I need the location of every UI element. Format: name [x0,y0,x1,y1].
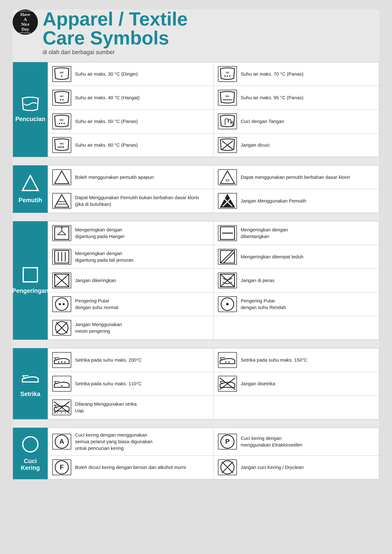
section-name-pencucian: Pencucian [15,116,45,123]
desc-dcf: Boleh dicuci kering dengan bensin dan al… [75,464,186,471]
section-label-cucikering: Cuci Kering [13,428,48,479]
pemutih-grid: Boleh menggunakan pemutih apapun Cl Dapa… [48,166,379,213]
svg-marker-33 [220,195,235,207]
svg-point-69 [225,361,226,363]
symbol-i150 [218,352,237,368]
svg-text:40C: 40C [60,95,64,97]
section-pengeringan: Pengeringan Mengeringkan dengand [13,221,379,340]
care-item-inosteam: Dilarang Menggunakan strikaUap [48,395,213,419]
section-label-pencucian: Pencucian [13,62,48,157]
section-name-pengeringan: Pengeringan [12,287,49,294]
svg-point-1 [61,76,62,77]
svg-point-59 [226,303,229,305]
care-item-dcno: Jangan cuci Kering / Dryclean [213,456,379,479]
care-item-bcl: Cl Dapat menggunakan pemutih berbahan da… [213,166,379,189]
svg-point-21 [59,146,61,148]
care-item-dca: A Cuci kering dengan menggunakansemua pe… [48,428,213,456]
care-item-setrika-empty [213,395,379,419]
svg-point-20 [58,146,59,148]
symbol-dline [52,249,71,265]
desc-dno: Jangan dikeringkan [75,277,116,284]
symbol-w50: 50C [52,113,71,129]
cucikering-content: A Cuci kering dengan menggunakansemua pe… [48,428,379,479]
symbol-bnoncl [52,193,71,209]
care-item-dcf: F Boleh dicuci kering dengan bensin dan … [48,456,213,479]
symbol-w70: 70C [218,66,237,82]
svg-point-67 [64,361,66,363]
desc-bno: Jangan Menggunakan Pemutih [241,198,306,204]
symbol-dca: A [52,434,71,450]
svg-text:60C: 60C [60,142,64,145]
care-item-bnoncl: Dapat Menggunakan Pemutih bukan berbahan… [48,189,213,213]
desc-dcp: Cuci kering denganmenggunakan Etrakloroe… [241,435,302,448]
main-title: Apparel / Textile Care Symbols [43,9,188,47]
svg-point-11 [225,99,226,100]
subtitle: di olah dari berbagai sumber [43,49,188,55]
wash-icon [22,97,39,113]
svg-line-78 [61,412,62,414]
svg-point-82 [23,437,38,452]
svg-point-13 [229,99,230,100]
svg-point-14 [230,99,231,100]
desc-bnoncl: Dapat Menggunakan Pemutih bukan berbahan… [75,194,209,208]
svg-point-72 [61,385,62,386]
symbol-bno [218,193,237,209]
svg-point-23 [63,146,64,148]
care-item-dhang: Mengeringkan dengandigantung pada Hanger [48,221,213,245]
symbol-dtuml-no [52,320,71,336]
svg-point-16 [59,123,60,124]
page: Established HaveANiceDay APPAREL Apparel… [13,9,379,479]
desc-dflat: Mengeringkan dengandibentangkan [241,227,288,240]
symbol-w60: 60C [52,137,71,153]
dry-icon [22,267,38,285]
symbol-ino [218,376,237,392]
svg-text:F: F [60,464,64,471]
setrika-content: Setrika pada suhu maks. 200°C Setrika pa… [48,348,379,419]
care-item-dno: Jangan dikeringkan [48,269,213,292]
symbol-wno [218,137,237,153]
symbol-i200 [52,352,71,368]
svg-marker-26 [22,175,38,191]
desc-w40: Suhu air maks. 40 °C (Hangat) [75,94,140,101]
desc-dhang: Mengeringkan dengandigantung pada Hanger [75,227,125,240]
desc-dca: Cuci kering dengan menggunakansemua pela… [75,432,152,451]
svg-point-4 [227,76,228,77]
svg-text:P: P [225,438,230,445]
desc-ino: Jangan disetrika [241,380,275,387]
desc-w95: Suhu air maks. 95 °C (Panas) [241,94,303,101]
section-cucikering: Cuci Kering A Cuci kering dengan menggun… [13,427,379,479]
section-label-pemutih: Pemutih [13,166,48,213]
symbol-dhang [52,225,71,241]
care-item-empty [213,316,379,340]
pengeringan-grid: Mengeringkan dengandigantung pada Hanger… [48,221,379,340]
care-item-dline: Mengeringkan dengandigantung pada tali j… [48,245,213,269]
symbol-dtuml-n [52,296,71,312]
care-item-dtuml-l: Pengering Putardengan suhu Rendah [213,292,379,316]
desc-dnowring: Jangan di peras [241,277,274,284]
symbol-dcno [218,459,237,475]
symbol-inosteam [52,400,71,415]
symbol-whand [218,113,237,129]
care-item-i110: Setrika pada suhu maks. 110°C [48,372,213,395]
section-pemutih: Pemutih Boleh menggunakan pemutih apapun [13,165,379,213]
svg-line-79 [65,412,66,414]
care-item-dflat: Mengeringkan dengandibentangkan [213,221,379,245]
desc-w70: Suhu air maks. 70 °C (Panas) [241,71,303,77]
care-item-w30: 30C Suhu air maks. 30 °C (Dingin) [48,62,213,86]
svg-text:70C: 70C [225,71,230,74]
symbol-dshade [218,249,237,265]
care-item-dcp: P Cuci kering denganmenggunakan Etraklor… [213,428,379,456]
care-item-dnowring: Jangan di peras [213,269,379,292]
care-item-w60: 60C Suhu air maks. 60 °C (Panas) [48,133,213,157]
svg-point-66 [61,361,62,363]
svg-line-47 [220,250,233,263]
symbol-w95: 95C [218,90,237,106]
svg-point-10 [223,99,224,100]
svg-point-39 [61,227,62,229]
section-setrika: Setrika Setrika pada suhu [13,348,379,420]
care-item-wno: Jangan dicuci [213,133,379,157]
care-item-bok: Boleh menggunakan pemutih apapun [48,166,213,189]
svg-point-65 [58,361,59,363]
iron-icon [21,370,40,388]
pencucian-grid: 30C Suhu air maks. 30 °C (Dingin) 70C [48,62,379,157]
